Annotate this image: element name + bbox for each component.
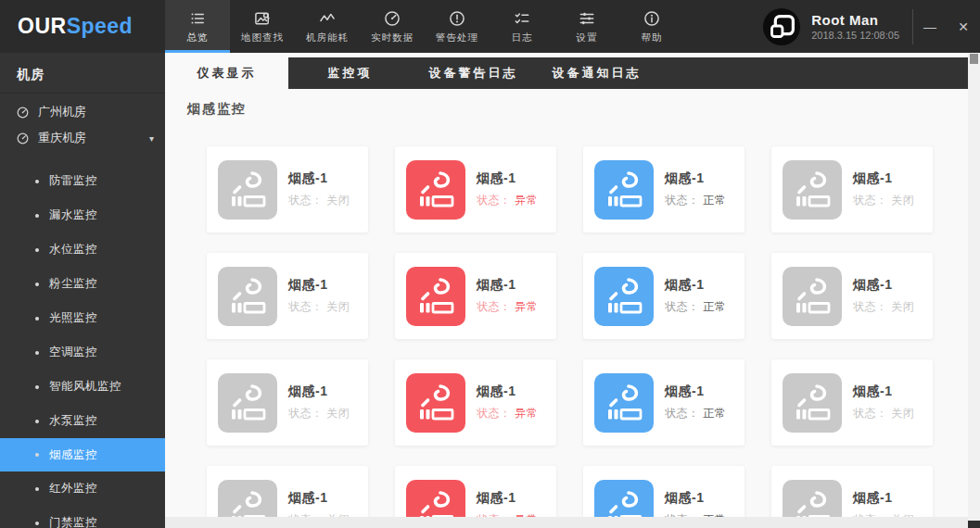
nav-item-help[interactable]: 帮助 bbox=[619, 0, 684, 53]
sidebar-item-door-access[interactable]: 门禁监控 bbox=[0, 506, 165, 528]
sidebar-item-water-level[interactable]: 水位监控 bbox=[0, 233, 165, 267]
bullet-icon bbox=[35, 453, 39, 457]
device-status: 状态： 关闭 bbox=[288, 193, 350, 208]
tab-monitor-items[interactable]: 监控项 bbox=[288, 57, 412, 89]
device-name: 烟感-1 bbox=[477, 170, 538, 187]
device-name: 烟感-1 bbox=[477, 277, 538, 294]
bullet-icon bbox=[35, 522, 39, 525]
sidebar-item-infrared[interactable]: 红外监控 bbox=[0, 471, 165, 506]
device-text: 烟感-1状态： 正常 bbox=[665, 170, 726, 208]
device-card[interactable]: 烟感-1状态： 关闭 bbox=[207, 146, 368, 233]
user-info[interactable]: Root Man 2018.3.15 12:08:05 bbox=[762, 0, 912, 53]
status-label: 状态： bbox=[477, 407, 515, 420]
sidebar-item-smart-fan[interactable]: 智能风机监控 bbox=[0, 370, 165, 404]
logo-text-speed: Speed bbox=[67, 14, 134, 39]
nav-item-realtime-data[interactable]: 实时数据 bbox=[360, 0, 425, 53]
alert-icon bbox=[448, 9, 466, 28]
device-card[interactable]: 烟感-1状态： 异常 bbox=[395, 359, 556, 446]
log-icon bbox=[513, 9, 531, 28]
horizontal-scrollbar[interactable] bbox=[165, 517, 968, 528]
sidebar-item-label: 烟感监控 bbox=[49, 447, 97, 463]
room-item-chongqing[interactable]: 重庆机房▾ bbox=[0, 125, 165, 151]
nav-item-logs[interactable]: 日志 bbox=[490, 0, 554, 53]
smoke-icon bbox=[783, 267, 842, 326]
bullet-icon bbox=[35, 248, 39, 252]
device-text: 烟感-1状态： 关闭 bbox=[288, 383, 350, 421]
device-text: 烟感-1状态： 关闭 bbox=[288, 170, 350, 208]
device-card[interactable]: 烟感-1状态： 关闭 bbox=[771, 253, 933, 339]
status-value: 关闭 bbox=[326, 300, 350, 313]
vertical-scrollbar-thumb[interactable] bbox=[970, 54, 978, 64]
scrollbar-corner bbox=[968, 521, 980, 528]
tab-bar: 仪表显示监控项设备警告日志设备通知日志 bbox=[165, 57, 968, 89]
sidebar-item-smoke[interactable]: 烟感监控 bbox=[0, 438, 165, 471]
device-card[interactable]: 烟感-1状态： 正常 bbox=[583, 146, 745, 233]
nav-item-label: 日志 bbox=[512, 31, 533, 44]
device-card[interactable]: 烟感-1状态： 关闭 bbox=[771, 146, 933, 233]
device-card[interactable]: 烟感-1状态： 关闭 bbox=[207, 359, 368, 446]
nav-item-room-energy[interactable]: 机房能耗 bbox=[295, 0, 360, 53]
tab-device-alert-log[interactable]: 设备警告日志 bbox=[412, 57, 535, 89]
device-name: 烟感-1 bbox=[288, 170, 350, 187]
smoke-icon bbox=[406, 160, 465, 220]
room-item-guangzhou[interactable]: 广州机房 bbox=[0, 99, 165, 125]
user-name: Root Man bbox=[811, 12, 899, 28]
status-value: 关闭 bbox=[891, 194, 914, 207]
device-name: 烟感-1 bbox=[288, 490, 350, 507]
smoke-icon bbox=[218, 373, 277, 433]
room-label: 广州机房 bbox=[38, 104, 86, 120]
device-name: 烟感-1 bbox=[665, 170, 726, 187]
bullet-icon bbox=[35, 283, 39, 286]
nav-item-label: 机房能耗 bbox=[306, 31, 349, 44]
sidebar-item-dust[interactable]: 粉尘监控 bbox=[0, 267, 165, 301]
tab-dashboard[interactable]: 仪表显示 bbox=[165, 57, 288, 89]
status-label: 状态： bbox=[665, 300, 703, 313]
room-list: 广州机房重庆机房▾ bbox=[0, 99, 165, 151]
device-card[interactable]: 烟感-1状态： 异常 bbox=[395, 253, 556, 339]
nav-item-label: 实时数据 bbox=[371, 31, 414, 44]
device-card[interactable]: 烟感-1状态： 异常 bbox=[395, 146, 556, 233]
device-card[interactable]: 烟感-1状态： 正常 bbox=[583, 253, 745, 339]
nav-item-settings[interactable]: 设置 bbox=[554, 0, 619, 53]
chevron-down-icon[interactable]: ▾ bbox=[149, 133, 154, 144]
status-label: 状态： bbox=[477, 194, 515, 207]
sidebar-item-list: 防雷监控漏水监控水位监控粉尘监控光照监控空调监控智能风机监控水泵监控烟感监控红外… bbox=[0, 164, 165, 528]
sidebar-item-label: 门禁监控 bbox=[49, 515, 97, 528]
sidebar: 机房 广州机房重庆机房▾ 防雷监控漏水监控水位监控粉尘监控光照监控空调监控智能风… bbox=[0, 53, 165, 528]
sidebar-item-aircon[interactable]: 空调监控 bbox=[0, 335, 165, 370]
nav-item-overview[interactable]: 总览 bbox=[165, 0, 230, 53]
device-card[interactable]: 烟感-1状态： 关闭 bbox=[207, 253, 368, 339]
dial-icon bbox=[16, 105, 31, 119]
device-name: 烟感-1 bbox=[853, 277, 914, 294]
topbar-spacer bbox=[684, 0, 762, 53]
device-card[interactable]: 烟感-1状态： 正常 bbox=[583, 359, 745, 446]
close-button[interactable]: ✕ bbox=[947, 0, 980, 53]
device-name: 烟感-1 bbox=[665, 490, 726, 507]
gauge-icon bbox=[383, 9, 401, 28]
status-value: 正常 bbox=[703, 407, 726, 420]
smoke-icon bbox=[783, 373, 842, 433]
window-controls: — ✕ bbox=[913, 0, 980, 53]
minimize-button[interactable]: — bbox=[913, 0, 947, 53]
nav-item-alert-handle[interactable]: 警告处理 bbox=[425, 0, 490, 53]
sidebar-item-water-pump[interactable]: 水泵监控 bbox=[0, 404, 165, 438]
vertical-scrollbar-track[interactable] bbox=[968, 53, 980, 528]
sidebar-item-light[interactable]: 光照监控 bbox=[0, 301, 165, 335]
device-name: 烟感-1 bbox=[288, 277, 350, 294]
body-row: 机房 广州机房重庆机房▾ 防雷监控漏水监控水位监控粉尘监控光照监控空调监控智能风… bbox=[0, 53, 980, 528]
sidebar-item-lightning[interactable]: 防雷监控 bbox=[0, 164, 165, 198]
sidebar-item-label: 空调监控 bbox=[49, 345, 97, 360]
tab-device-notify-log[interactable]: 设备通知日志 bbox=[535, 57, 658, 89]
settings-icon bbox=[578, 9, 596, 28]
sidebar-item-label: 粉尘监控 bbox=[49, 276, 97, 292]
bullet-icon bbox=[35, 351, 39, 355]
device-status: 状态： 关闭 bbox=[288, 299, 350, 315]
status-label: 状态： bbox=[288, 407, 326, 420]
sidebar-item-label: 水位监控 bbox=[49, 242, 97, 258]
sidebar-item-water-leak[interactable]: 漏水监控 bbox=[0, 198, 165, 233]
device-card[interactable]: 烟感-1状态： 关闭 bbox=[771, 359, 933, 446]
nav-item-map-search[interactable]: 地图查找 bbox=[230, 0, 295, 53]
user-avatar[interactable] bbox=[762, 7, 801, 46]
sidebar-item-label: 水泵监控 bbox=[49, 413, 97, 429]
nav-item-label: 帮助 bbox=[642, 31, 663, 44]
